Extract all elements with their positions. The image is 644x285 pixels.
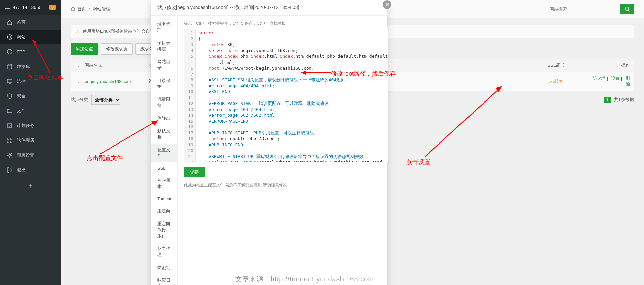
code-content[interactable]: server { listen 80; server_name begin.yu…	[184, 29, 388, 162]
modal-nav-item[interactable]: 流量限制	[151, 93, 177, 112]
modal-nav-item[interactable]: Tomcat	[151, 193, 177, 205]
modal-body: 域名管理子目录绑定网站目录目录保护流量限制伪静态默认文档配置文件SSLPHP版本…	[151, 16, 387, 285]
save-button[interactable]: 保存	[184, 167, 205, 177]
modal-nav-item[interactable]: 重定向(测试版)	[151, 217, 177, 242]
modal-nav-item[interactable]: PHP版本	[151, 174, 177, 193]
editor-tip: 提示：Ctrl+F 搜索关键字，Ctrl+S 保存，Ctrl+H 查找替换	[184, 21, 388, 26]
line-gutter: 1 2 3 4 5 6 7 8 9 10 11 12 13 14 15 16 1…	[184, 29, 196, 162]
modal-nav-item[interactable]: 默认文档	[151, 125, 177, 144]
modal-nav: 域名管理子目录绑定网站目录目录保护流量限制伪静态默认文档配置文件SSLPHP版本…	[151, 16, 178, 285]
site-edit-modal: ✕ 站点修改[begin.yundashi168.com] -- 添加时间[20…	[151, 0, 387, 285]
modal-nav-item[interactable]: 响应日志	[151, 274, 177, 285]
modal-nav-item[interactable]: 网站目录	[151, 55, 177, 74]
modal-title: 站点修改[begin.yundashi168.com] -- 添加时间[2020…	[151, 0, 387, 16]
modal-nav-item[interactable]: SSL	[151, 162, 177, 174]
modal-nav-item[interactable]: 重定向	[151, 205, 177, 217]
modal-nav-item[interactable]: 目录保护	[151, 74, 177, 93]
modal-nav-item[interactable]: 域名管理	[151, 18, 177, 37]
modal-nav-item[interactable]: 伪静态	[151, 112, 177, 125]
config-editor[interactable]: 1 2 3 4 5 6 7 8 9 10 11 12 13 14 15 16 1…	[184, 29, 388, 162]
modal-nav-item[interactable]: 子目录绑定	[151, 37, 177, 55]
modal-nav-item[interactable]: 配置文件	[151, 144, 177, 162]
modal-nav-item[interactable]: 反向代理	[151, 242, 177, 261]
editor-note: 此处为站点主配置文件,若您不了解配置规则,请勿随意修改.	[184, 182, 388, 188]
watermark-text: 文章来源：http://tencent.yundashi168.com	[235, 275, 374, 284]
modal-nav-item[interactable]: 防盗链	[151, 261, 177, 274]
modal-main: 提示：Ctrl+F 搜索关键字，Ctrl+S 保存，Ctrl+H 查找替换 1 …	[178, 16, 394, 285]
